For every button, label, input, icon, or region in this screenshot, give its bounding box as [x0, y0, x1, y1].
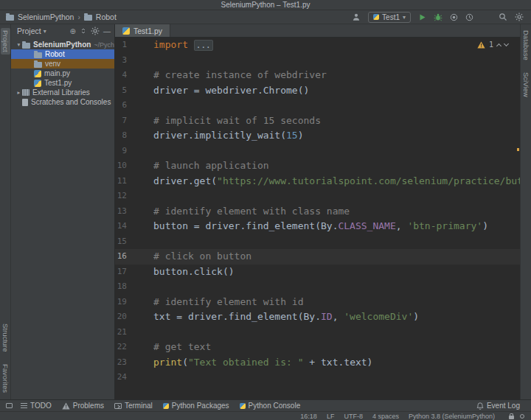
code-text: # click on button — [153, 249, 520, 265]
tree-item-main-py[interactable]: main.py — [11, 69, 114, 78]
run-config-label: Test1 — [382, 13, 400, 21]
line-number[interactable]: 8 — [115, 128, 153, 144]
code-text: print("Text obtained is: " + txt.text) — [153, 355, 520, 371]
code-line-3: 3 — [115, 53, 520, 69]
coverage-button[interactable] — [450, 13, 458, 21]
tool-button-terminal[interactable]: Terminal — [109, 400, 158, 411]
python-icon — [373, 14, 379, 20]
prev-warning-icon[interactable] — [496, 43, 502, 48]
python-icon — [34, 80, 41, 87]
tool-button-python-console[interactable]: Python Console — [235, 400, 306, 411]
line-number[interactable]: 23 — [115, 355, 153, 371]
title-bar: SeleniumPython – Test1.py — [0, 0, 531, 10]
code-line-14: 14button = driver.find_element(By.CLASS_… — [115, 219, 520, 234]
run-config-selector[interactable]: Test1 ▾ — [368, 12, 411, 23]
tree-item-label: SeleniumPython — [33, 41, 91, 49]
inspection-widget: 1 — [476, 40, 510, 49]
line-number[interactable]: 15 — [115, 234, 153, 250]
warning-count: 1 — [489, 41, 493, 49]
lock-icon[interactable] — [509, 416, 514, 419]
code-line-16: 16# click on button — [115, 249, 520, 265]
status-indent-style[interactable]: 4 spaces — [372, 413, 399, 420]
code-line-5: 5driver = webdriver.Chrome() — [115, 83, 520, 99]
settings-gear-icon[interactable] — [515, 13, 524, 21]
tool-button-event-log[interactable]: Event Log — [471, 400, 525, 411]
line-number[interactable]: 18 — [115, 279, 153, 295]
code-text: import ... — [153, 38, 520, 53]
tree-item-label: External Libraries — [32, 88, 90, 97]
panel-settings-icon[interactable] — [91, 27, 100, 35]
breadcrumb-separator-icon: › — [77, 13, 80, 21]
tree-item-venv[interactable]: venv — [11, 59, 114, 69]
line-number[interactable]: 5 — [115, 83, 153, 99]
tool-button-label: Python Console — [249, 402, 301, 410]
tree-item-seleniumpython[interactable]: ▾SeleniumPython~/PycharmPro... — [11, 40, 114, 49]
line-number[interactable]: 21 — [115, 325, 153, 340]
expand-collapse-icon[interactable] — [80, 27, 87, 35]
user-settings-icon[interactable] — [352, 13, 361, 21]
project-panel-header: Project ▾ ⊕ — — [11, 24, 114, 38]
line-number[interactable]: 24 — [115, 370, 153, 385]
line-number[interactable]: 3 — [115, 53, 153, 69]
profiler-button[interactable] — [465, 13, 473, 21]
line-number[interactable]: 11 — [115, 174, 153, 189]
panel-title[interactable]: Project — [17, 27, 41, 35]
tool-window-switcher-icon[interactable] — [6, 403, 13, 408]
tree-item-external-libraries[interactable]: ▸External Libraries — [11, 88, 114, 97]
debug-button[interactable] — [434, 13, 442, 21]
tree-item-test1-py[interactable]: Test1.py — [11, 78, 114, 88]
warning-icon — [477, 41, 485, 49]
line-number[interactable]: 6 — [115, 98, 153, 113]
chevron-down-icon[interactable]: ▾ — [44, 28, 46, 35]
tool-button-label: Event Log — [487, 402, 520, 410]
line-number[interactable]: 7 — [115, 113, 153, 129]
stripe-database[interactable]: Database — [521, 28, 531, 63]
stripe-project[interactable]: Project — [1, 28, 10, 55]
tool-button-todo[interactable]: TODO — [15, 400, 57, 411]
line-number[interactable]: 22 — [115, 340, 153, 355]
tool-button-problems[interactable]: Problems — [57, 400, 109, 411]
status-items: 16:18LFUTF-84 spacesPython 3.8 (Selenium… — [300, 413, 495, 420]
scrollbar-warning-mark[interactable] — [517, 148, 519, 151]
code-text: driver = webdriver.Chrome() — [153, 83, 520, 99]
editor-area[interactable]: 1import ...34# create instance of webdri… — [115, 38, 520, 399]
tree-item-robot[interactable]: Robot — [11, 49, 114, 59]
code-line-24: 24 — [115, 370, 520, 385]
breadcrumb-folder[interactable]: Robot — [96, 13, 117, 21]
line-number[interactable]: 13 — [115, 204, 153, 220]
line-number[interactable]: 16 — [115, 249, 153, 265]
stripe-favorites[interactable]: Favorites — [1, 362, 10, 395]
project-panel: Project ▾ ⊕ — ▾SeleniumPython~/PycharmPr… — [11, 24, 115, 399]
tool-button-python-packages[interactable]: Python Packages — [158, 400, 235, 411]
code-line-20: 20txt = driver.find_element(By.ID, 'welc… — [115, 309, 520, 325]
line-number[interactable]: 12 — [115, 189, 153, 204]
line-number[interactable]: 19 — [115, 295, 153, 310]
stripe-structure[interactable]: Structure — [1, 321, 10, 354]
line-number[interactable]: 14 — [115, 219, 153, 234]
status-line-separator[interactable]: LF — [327, 413, 335, 420]
stripe-sciview[interactable]: SciView — [521, 70, 531, 99]
line-number[interactable]: 10 — [115, 158, 153, 174]
hide-panel-icon[interactable]: — — [103, 27, 111, 35]
line-number[interactable]: 9 — [115, 144, 153, 159]
line-number[interactable]: 4 — [115, 68, 153, 83]
breadcrumb-project[interactable]: SeleniumPython — [18, 13, 74, 21]
indicator-icon[interactable] — [520, 414, 524, 419]
run-button[interactable] — [418, 13, 426, 21]
status-file-encoding[interactable]: UTF-8 — [344, 413, 363, 420]
status-python-interpreter[interactable]: Python 3.8 (SeleniumPython) — [409, 413, 495, 420]
line-number[interactable]: 20 — [115, 309, 153, 325]
next-warning-icon[interactable] — [504, 41, 509, 46]
code-text — [153, 98, 520, 113]
tool-button-label: Terminal — [125, 402, 153, 410]
line-number[interactable]: 17 — [115, 265, 153, 280]
main-toolbar: SeleniumPython › Robot Test1 ▾ — [0, 10, 531, 24]
search-everywhere-icon[interactable] — [499, 13, 507, 21]
tab-test1py[interactable]: Test1.py — [115, 24, 170, 37]
line-number[interactable]: 1 — [115, 38, 153, 53]
folder-icon — [84, 15, 92, 21]
locate-file-icon[interactable]: ⊕ — [70, 27, 76, 35]
tree-item-scratches-and-consoles[interactable]: Scratches and Consoles — [11, 97, 114, 107]
code-text: # launch application — [153, 158, 520, 174]
status-cursor-position[interactable]: 16:18 — [300, 413, 317, 420]
